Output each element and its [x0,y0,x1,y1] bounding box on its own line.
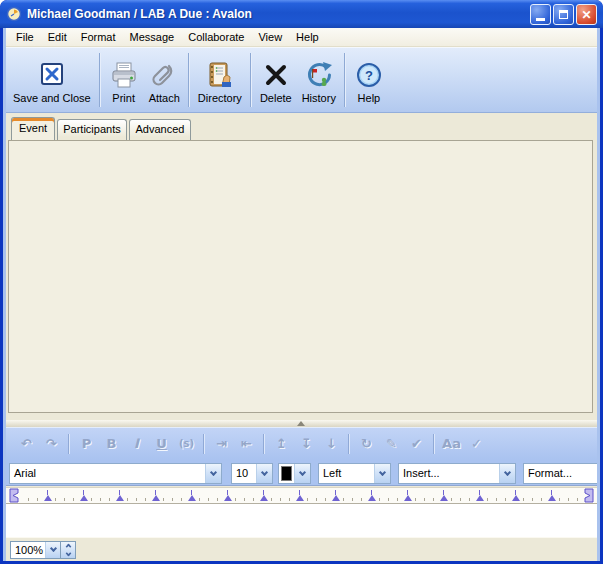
ruler-tick [352,498,353,501]
undo-icon: ↶ [14,436,39,451]
zoom-dropdown-button[interactable] [45,542,60,558]
minimize-button[interactable] [530,4,551,25]
tab-participants[interactable]: Participants [57,119,127,140]
insert-below-icon: ↓ [319,436,344,451]
chevron-down-icon [49,545,56,552]
right-indent-marker[interactable] [581,488,595,503]
alignment-value: Left [319,464,374,483]
maximize-button[interactable] [553,4,574,25]
event-panel [8,140,593,413]
ruler-tick [451,498,452,501]
alignment-dropdown[interactable]: Left [318,463,391,484]
tab-stop-marker[interactable] [368,495,376,501]
chevron-down-icon[interactable] [499,464,515,483]
pane-splitter[interactable] [6,420,597,427]
chevron-down-icon[interactable] [374,464,390,483]
edit-icon: ✎ [379,436,404,451]
menu-help[interactable]: Help [289,29,326,45]
separator [348,434,350,454]
ruler-tick [244,498,245,501]
menu-edit[interactable]: Edit [41,29,74,45]
attach-button[interactable]: Attach [144,50,185,110]
history-button[interactable]: History [297,50,341,110]
zoom-spinner[interactable] [60,542,75,558]
directory-button[interactable]: Directory [193,50,247,110]
tab-stop-marker[interactable] [116,495,124,501]
ruler-tick [199,498,200,501]
font-size-dropdown[interactable]: 10 [231,463,273,484]
ruler-tick [415,498,416,501]
ruler-tick [100,498,101,501]
save-and-close-button[interactable]: Save and Close [8,50,96,110]
text-color-dropdown[interactable] [278,463,311,484]
left-indent-marker[interactable] [8,488,22,503]
tab-stop-marker[interactable] [44,495,52,501]
maximize-icon [559,10,568,19]
tab-stop-marker[interactable] [224,495,232,501]
tab-stop-marker[interactable] [152,495,160,501]
tab-stop-marker[interactable] [404,495,412,501]
menu-message[interactable]: Message [123,29,182,45]
ruler-tick [325,498,326,501]
ruler-tick [307,498,308,501]
tab-stop-marker[interactable] [296,495,304,501]
chevron-down-icon[interactable] [256,464,272,483]
underline-icon: U [149,436,174,451]
tab-stop-marker[interactable] [80,495,88,501]
menu-view[interactable]: View [251,29,289,45]
directory-icon [205,56,235,90]
tab-stop-marker[interactable] [512,495,520,501]
attach-icon [149,56,179,90]
font-family-dropdown[interactable]: Arial [9,463,222,484]
print-icon [109,56,139,90]
ruler-tick [217,498,218,501]
print-button[interactable]: Print [104,50,144,110]
menubar: File Edit Format Message Collaborate Vie… [6,28,597,47]
window-edge-right [597,28,600,561]
tab-label: Participants [63,123,120,135]
chevron-down-icon[interactable] [294,464,310,483]
tab-advanced[interactable]: Advanced [129,119,191,140]
tab-stop-marker[interactable] [548,495,556,501]
menu-file[interactable]: File [9,29,41,45]
spacing-below-icon: ↧ [294,436,319,451]
tab-event[interactable]: Event [11,117,55,140]
ruler-tick [280,498,281,501]
chevron-down-icon [65,551,71,557]
menu-collaborate[interactable]: Collaborate [181,29,251,45]
spell-check-icon: ✓ [464,436,489,451]
toolbar-button-label: Save and Close [13,92,91,104]
ruler-tick [559,498,560,501]
delete-icon [261,56,291,90]
close-button[interactable]: ✕ [576,4,597,25]
spacing-above-icon: ↥ [269,436,294,451]
ruler-tick [181,498,182,501]
delete-button[interactable]: Delete [255,50,297,110]
tab-stop-marker[interactable] [440,495,448,501]
redo-icon: ↷ [39,436,64,451]
ruler-tick [316,498,317,501]
chevron-up-icon [65,544,71,550]
ruler-tick [91,498,92,501]
italic-icon: I [124,436,149,451]
toolbar-button-label: Help [358,92,381,104]
chevron-down-icon[interactable] [205,464,221,483]
paragraph-icon: P [74,436,99,451]
titlebar[interactable]: Michael Goodman / LAB A Due : Avalon ✕ [0,0,603,28]
ruler-tick [253,498,254,501]
insert-dropdown[interactable]: Insert... [398,463,516,484]
help-button[interactable]: ? Help [349,50,389,110]
ruler-tick [163,498,164,501]
ruler-tick [469,498,470,501]
tab-stop-marker[interactable] [476,495,484,501]
tab-stop-marker[interactable] [332,495,340,501]
text-color-swatch [281,466,292,481]
tab-stop-marker[interactable] [260,495,268,501]
message-body[interactable] [6,504,597,537]
ruler-tick [208,498,209,501]
format-dropdown[interactable]: Format... [523,463,597,484]
history-icon [304,56,334,90]
menu-format[interactable]: Format [74,29,123,45]
format-value: Format... [524,464,597,483]
tab-stop-marker[interactable] [188,495,196,501]
